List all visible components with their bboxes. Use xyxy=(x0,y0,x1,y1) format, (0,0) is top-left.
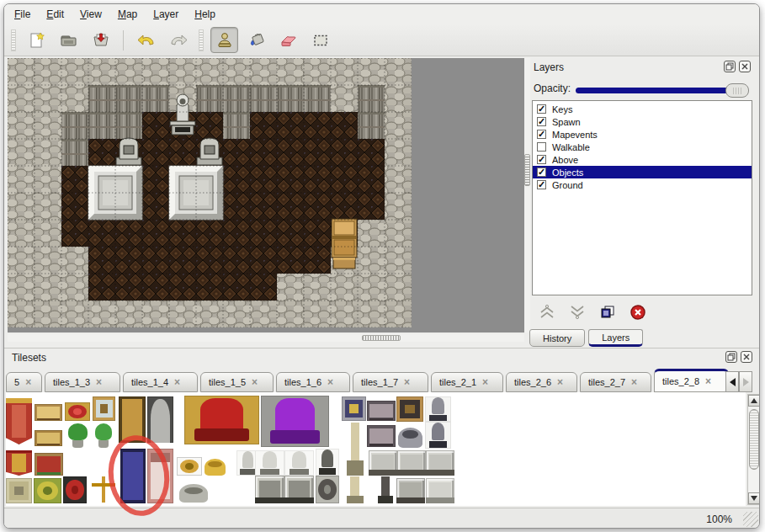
tile-obelisk-large[interactable] xyxy=(343,422,367,476)
tile-gate-gray[interactable] xyxy=(147,396,173,443)
layer-visibility-checkbox[interactable]: ✓ xyxy=(537,168,546,177)
tileset-tab-tiles_1_3[interactable]: tiles_1_3× xyxy=(45,372,120,392)
layer-row-spawn[interactable]: ✓Spawn xyxy=(533,115,752,128)
eraser-tool-button[interactable] xyxy=(274,27,302,53)
duplicate-layer-button[interactable] xyxy=(596,302,619,322)
tile-metal-shelf-bottom[interactable] xyxy=(367,425,396,447)
toolbar-grip[interactable] xyxy=(11,29,16,51)
opacity-slider-handle[interactable] xyxy=(725,83,749,98)
scroll-down-button[interactable] xyxy=(748,492,760,504)
tile-gargoyle[interactable] xyxy=(316,449,339,476)
layer-row-ground[interactable]: ✓Ground xyxy=(533,178,752,191)
tileset-scroll-thumb[interactable] xyxy=(749,409,759,470)
tile-obelisk-small[interactable] xyxy=(343,476,366,503)
layer-visibility-checkbox[interactable]: ✓ xyxy=(537,155,546,164)
tab-close-icon[interactable]: × xyxy=(631,376,637,388)
float-tilesets-button[interactable] xyxy=(725,351,737,363)
layer-row-keys[interactable]: ✓Keys xyxy=(533,103,752,115)
scroll-up-button[interactable] xyxy=(748,395,760,407)
scroll-tabs-right-button[interactable] xyxy=(739,371,752,392)
move-layer-down-button[interactable] xyxy=(566,302,588,322)
map-horizontal-scroll-thumb[interactable] xyxy=(362,335,401,341)
delete-layer-button[interactable] xyxy=(626,302,649,322)
menu-item-edit[interactable]: Edit xyxy=(46,8,64,20)
scroll-tabs-left-button[interactable] xyxy=(725,371,739,392)
tile-red-seat[interactable] xyxy=(63,476,87,503)
toolbar-grip[interactable] xyxy=(199,29,204,51)
tile-armor-helm[interactable] xyxy=(425,396,451,422)
layer-row-objects[interactable]: ✓Objects xyxy=(533,166,752,178)
tile-armor-body[interactable] xyxy=(425,422,451,449)
tile-palm-plant[interactable] xyxy=(66,423,90,449)
tab-close-icon[interactable]: × xyxy=(25,376,31,388)
tile-pink-bed[interactable] xyxy=(147,449,173,503)
tile-wood-stand[interactable] xyxy=(396,396,423,422)
layer-row-above[interactable]: ✓Above xyxy=(533,153,752,166)
map-canvas[interactable] xyxy=(8,58,412,327)
tile-throne-purple[interactable] xyxy=(261,396,329,447)
tile-stone-ledge-2[interactable] xyxy=(397,450,426,476)
tile-rock-pile[interactable] xyxy=(177,481,210,503)
dock-tab-history[interactable]: History xyxy=(529,329,585,347)
new-file-button[interactable] xyxy=(23,27,50,53)
menu-item-view[interactable]: View xyxy=(80,8,102,20)
layer-row-walkable[interactable]: Walkable xyxy=(533,141,752,153)
opacity-slider[interactable] xyxy=(576,88,746,93)
tab-close-icon[interactable]: × xyxy=(327,376,333,388)
tile-loom-top[interactable] xyxy=(35,404,62,421)
tile-portrait-king[interactable] xyxy=(342,396,366,421)
resize-grip[interactable] xyxy=(743,512,758,527)
menu-item-help[interactable]: Help xyxy=(194,8,215,20)
undo-button[interactable] xyxy=(132,27,160,53)
tile-stone-ledge-1[interactable] xyxy=(369,450,397,476)
tileset-tab-tiles_1_4[interactable]: tiles_1_4× xyxy=(123,372,198,392)
tile-throne-red[interactable] xyxy=(184,396,259,444)
tab-close-icon[interactable]: × xyxy=(482,376,488,388)
tileset-tab-tiles_1_5[interactable]: tiles_1_5× xyxy=(200,372,274,392)
select-tool-button[interactable] xyxy=(306,27,334,53)
menu-item-map[interactable]: Map xyxy=(118,8,137,20)
tab-close-icon[interactable]: × xyxy=(404,376,410,388)
save-button[interactable] xyxy=(87,27,114,53)
tile-cushion-red[interactable] xyxy=(65,402,90,421)
tileset-tab-tiles_1_6[interactable]: tiles_1_6× xyxy=(276,372,350,392)
tileset-tab-tiles_2_7[interactable]: tiles_2_7× xyxy=(580,372,651,392)
stamp-tool-button[interactable] xyxy=(210,27,238,53)
tab-close-icon[interactable]: × xyxy=(557,376,563,388)
tile-emblem-banner[interactable] xyxy=(6,450,32,476)
tile-door-wood[interactable] xyxy=(119,396,146,443)
tab-close-icon[interactable]: × xyxy=(96,376,102,388)
layer-visibility-checkbox[interactable]: ✓ xyxy=(537,104,546,114)
layer-row-mapevents[interactable]: ✓Mapevents xyxy=(533,128,752,141)
layer-visibility-checkbox[interactable] xyxy=(537,142,546,152)
tile-statue-base-right[interactable] xyxy=(284,476,314,503)
tile-door-purple[interactable] xyxy=(120,449,146,503)
tile-dresser-mirror[interactable] xyxy=(93,396,115,421)
layer-visibility-checkbox[interactable]: ✓ xyxy=(537,117,546,126)
map-horizontal-scrollbar[interactable] xyxy=(8,334,524,342)
tileset-tab-5[interactable]: 5× xyxy=(6,372,42,392)
tileset-vertical-scrollbar[interactable] xyxy=(747,394,760,505)
tile-stone-block-light[interactable] xyxy=(426,478,454,503)
tile-bookshelf[interactable] xyxy=(35,453,63,476)
fill-tool-button[interactable] xyxy=(242,27,270,53)
tile-stone-block-dark[interactable] xyxy=(396,478,425,503)
tile-dark-pillar[interactable] xyxy=(375,476,396,503)
tileset-tab-tiles_2_6[interactable]: tiles_2_6× xyxy=(506,372,577,392)
tile-angel-statue-left[interactable] xyxy=(255,450,284,476)
tile-statue-base-left[interactable] xyxy=(255,476,284,503)
layer-visibility-checkbox[interactable]: ✓ xyxy=(537,130,546,139)
float-panel-button[interactable] xyxy=(724,61,736,72)
open-button[interactable] xyxy=(55,27,82,53)
tile-angel-statue-right[interactable] xyxy=(284,450,314,476)
map-viewport[interactable] xyxy=(8,58,524,332)
tab-close-icon[interactable]: × xyxy=(705,375,711,387)
tile-gold-cross[interactable] xyxy=(89,476,118,503)
dock-tab-layers[interactable]: Layers xyxy=(588,329,643,347)
tile-parchment[interactable] xyxy=(6,478,32,503)
tile-loom-bottom[interactable] xyxy=(35,430,62,446)
tileset-tab-tiles_2_1[interactable]: tiles_2_1× xyxy=(431,372,503,392)
close-panel-button[interactable] xyxy=(739,61,751,72)
redo-button[interactable] xyxy=(164,27,192,53)
tile-metal-shelf-top[interactable] xyxy=(367,401,396,421)
